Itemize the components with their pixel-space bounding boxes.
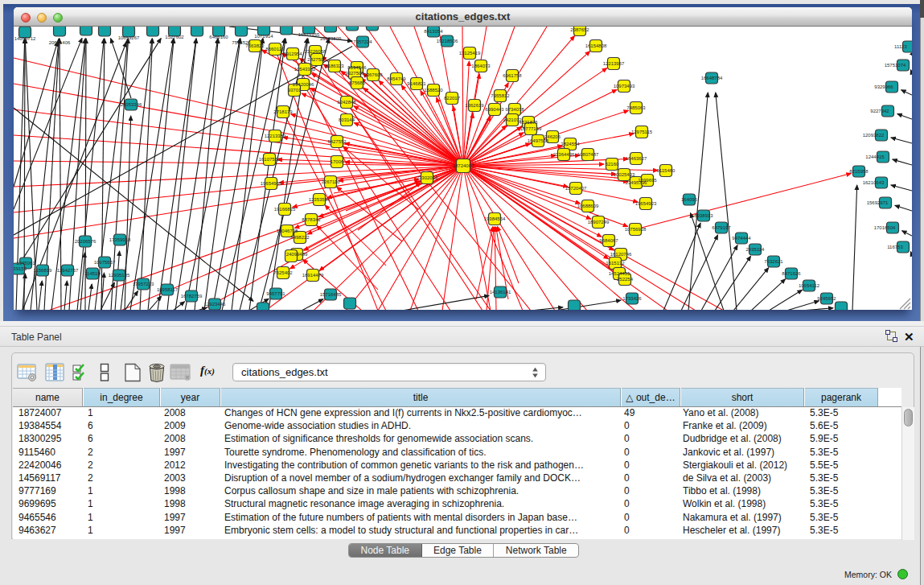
svg-text:1588520: 1588520: [424, 88, 443, 93]
svg-text:23226058: 23226058: [305, 49, 326, 54]
svg-text:10046798: 10046798: [277, 229, 298, 233]
svg-text:8413054: 8413054: [424, 29, 443, 34]
svg-text:1864073: 1864073: [471, 64, 491, 68]
svg-text:16671355: 16671355: [298, 32, 320, 37]
svg-text:1362619: 1362619: [465, 103, 484, 108]
svg-text:14055712: 14055712: [14, 36, 36, 41]
svg-text:9146821: 9146821: [407, 81, 426, 86]
svg-text:6990443: 6990443: [485, 107, 504, 112]
svg-text:15716485: 15716485: [320, 292, 342, 297]
svg-text:10973493: 10973493: [614, 84, 635, 89]
svg-text:8660123: 8660123: [265, 47, 285, 51]
svg-text:16648784: 16648784: [701, 76, 723, 80]
svg-text:9327506: 9327506: [345, 71, 364, 76]
svg-text:10543362: 10543362: [294, 67, 316, 72]
svg-text:24099489: 24099489: [286, 252, 308, 257]
svg-text:20053346: 20053346: [121, 102, 142, 107]
svg-text:6479197: 6479197: [712, 225, 731, 230]
svg-text:8215958: 8215958: [849, 169, 869, 174]
svg-text:7357224: 7357224: [353, 39, 372, 44]
svg-text:10756928: 10756928: [625, 227, 647, 232]
svg-text:12093822: 12093822: [863, 133, 885, 138]
svg-text:1527602: 1527602: [165, 35, 184, 39]
svg-text:10958117: 10958117: [157, 287, 179, 292]
svg-text:2087652: 2087652: [570, 27, 589, 32]
svg-text:822017: 822017: [444, 96, 461, 101]
svg-text:9474444: 9474444: [732, 236, 751, 241]
svg-text:17006: 17006: [331, 159, 344, 164]
svg-text:1615132: 1615132: [606, 261, 625, 266]
svg-text:17016504: 17016504: [874, 225, 896, 230]
svg-text:20206576: 20206576: [75, 239, 97, 244]
svg-text:9427552: 9427552: [327, 139, 347, 144]
svg-text:10688609: 10688609: [577, 204, 599, 208]
svg-text:114519: 114519: [84, 271, 101, 276]
svg-text:7485063: 7485063: [626, 105, 646, 110]
svg-text:7955812: 7955812: [491, 93, 510, 98]
svg-text:9245652: 9245652: [817, 296, 836, 301]
svg-text:14136141: 14136141: [490, 290, 511, 295]
svg-text:7625402: 7625402: [273, 270, 293, 275]
svg-text:15720407: 15720407: [565, 186, 587, 191]
svg-text:4521876: 4521876: [519, 120, 538, 125]
svg-text:16463627: 16463627: [626, 156, 647, 161]
svg-text:1345061: 1345061: [16, 261, 35, 266]
svg-text:11123: 11123: [894, 44, 907, 49]
svg-text:16782759: 16782759: [181, 294, 203, 299]
svg-text:16914479: 16914479: [302, 273, 324, 278]
svg-text:14524451: 14524451: [609, 271, 630, 276]
svg-text:2935114: 2935114: [746, 247, 766, 252]
svg-text:8912954: 8912954: [283, 51, 302, 56]
svg-text:19218506: 19218506: [437, 39, 458, 43]
svg-text:12353594: 12353594: [309, 197, 331, 202]
svg-text:16497505: 16497505: [528, 138, 549, 143]
svg-text:2367608: 2367608: [363, 72, 383, 77]
svg-text:16210643: 16210643: [863, 180, 885, 185]
svg-text:20691406: 20691406: [49, 40, 71, 45]
svg-text:23302013: 23302013: [417, 175, 438, 180]
svg-text:10654112: 10654112: [799, 283, 820, 288]
svg-text:12213967: 12213967: [603, 61, 625, 66]
svg-text:252254: 252254: [617, 277, 634, 282]
svg-text:9457791: 9457791: [266, 291, 285, 296]
svg-text:16120746: 16120746: [610, 252, 632, 257]
svg-text:8471626: 8471626: [782, 271, 801, 276]
svg-text:9227342: 9227342: [870, 109, 889, 113]
svg-text:19777169: 19777169: [520, 126, 542, 131]
svg-text:7632621: 7632621: [764, 259, 783, 264]
svg-text:3267110: 3267110: [322, 179, 341, 184]
svg-text:12923446: 12923446: [204, 302, 226, 307]
svg-text:10807487: 10807487: [577, 152, 599, 157]
svg-text:8938913: 8938913: [694, 213, 713, 218]
svg-text:16154808: 16154808: [585, 43, 607, 48]
svg-text:17359918: 17359918: [109, 237, 131, 242]
svg-text:1699695: 1699695: [638, 178, 657, 183]
svg-text:8878342: 8878342: [302, 217, 321, 222]
svg-text:10653267: 10653267: [118, 35, 140, 40]
svg-text:9734078: 9734078: [505, 107, 524, 112]
svg-text:439153: 439153: [14, 266, 27, 271]
svg-text:16033809: 16033809: [320, 36, 342, 41]
svg-text:19654923: 19654923: [635, 201, 657, 206]
svg-text:1156819: 1156819: [34, 268, 53, 273]
svg-text:116753: 116753: [887, 245, 903, 249]
svg-text:9242848: 9242848: [337, 100, 356, 105]
svg-text:15692971: 15692971: [867, 200, 889, 205]
svg-text:13125419: 13125419: [459, 51, 481, 56]
svg-text:875685: 875685: [349, 80, 366, 85]
svg-text:8194546: 8194546: [347, 65, 367, 70]
svg-text:23420046: 23420046: [293, 82, 314, 87]
svg-text:16107552: 16107552: [259, 157, 281, 162]
svg-text:803144: 803144: [339, 117, 355, 122]
svg-text:9329966: 9329966: [874, 84, 893, 89]
svg-text:12942757: 12942757: [57, 268, 79, 273]
svg-text:10975657: 10975657: [94, 260, 116, 265]
svg-text:19166825: 19166825: [274, 207, 296, 212]
svg-text:18907249: 18907249: [588, 220, 610, 225]
svg-text:1733426: 1733426: [622, 296, 642, 301]
svg-text:9115460: 9115460: [657, 168, 676, 173]
svg-text:7515526: 7515526: [232, 40, 251, 45]
svg-text:17957223: 17957223: [133, 282, 154, 286]
svg-text:12905135: 12905135: [109, 273, 130, 278]
svg-text:10025433: 10025433: [614, 172, 635, 177]
